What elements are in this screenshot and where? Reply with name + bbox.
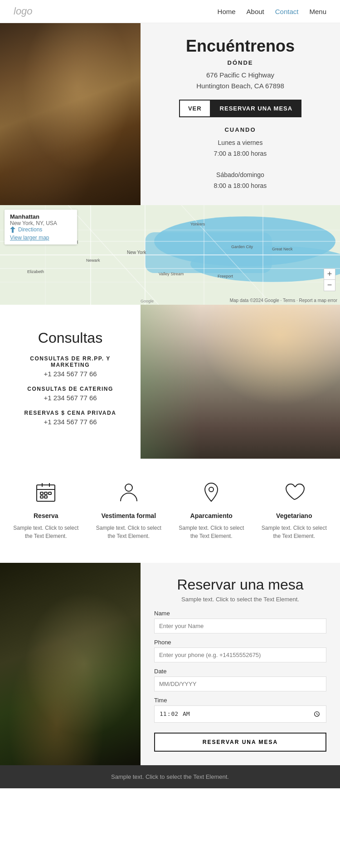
name-group: Name [154, 610, 326, 633]
svg-rect-26 [37, 485, 55, 501]
hero-image [0, 23, 141, 205]
consultas-image [141, 305, 340, 459]
svg-text:New York: New York [127, 250, 146, 255]
svg-text:Great Neck: Great Neck [272, 247, 293, 251]
feature-vegetariano-text[interactable]: Sample text. Click to select the Text El… [257, 524, 331, 540]
reservar-section: Reservar una mesa Sample text. Click to … [0, 563, 340, 765]
feature-vegetariano-title: Vegetariano [276, 512, 312, 519]
reservar-button-hero[interactable]: RESERVAR UNA MESA [211, 100, 302, 117]
nav-links: Home About Contact Menu [218, 8, 326, 15]
hero-btn-group: VER RESERVAR UNA MESA [179, 100, 301, 117]
map-location-sub: New York, NY, USA [10, 220, 57, 226]
feature-aparcamiento-title: Aparcamiento [190, 512, 233, 519]
svg-rect-3 [145, 232, 272, 273]
weekday-label: Lunes a viernes [218, 139, 263, 146]
weekday-time: 7:00 a 18:00 horas [214, 150, 267, 157]
where-label: DÓNDE [228, 59, 253, 66]
consultas-info: Consultas CONSULTAS DE RR.PP. Y MARKETIN… [0, 305, 141, 459]
hero-hours: Lunes a viernes 7:00 a 18:00 horas Sábad… [214, 138, 267, 192]
date-group: Date [154, 668, 326, 691]
navbar: logo Home About Contact Menu [0, 0, 340, 23]
map-card: Manhattan New York, NY, USA Directions V… [5, 210, 77, 245]
svg-text:Freeport: Freeport [218, 274, 233, 278]
name-label: Name [154, 610, 326, 617]
hero-title: Encuéntrenos [186, 37, 295, 56]
phone-input[interactable] [154, 647, 326, 662]
map-zoom-controls: + − [324, 269, 335, 291]
weekend-time: 8:00 a 18:00 horas [214, 182, 267, 189]
calendar-icon [35, 481, 57, 506]
map-background: New York Yonkers Garden City Newark Bloo… [0, 205, 340, 305]
weekend-label: Sábado/domingo [216, 171, 264, 178]
consultas-group-2: CONSULTAS DE CATERING +1 234 567 77 66 [27, 386, 113, 402]
directions-link[interactable]: Directions [10, 226, 72, 233]
svg-rect-32 [49, 492, 51, 494]
feature-vestimenta-title: Vestimenta formal [101, 512, 156, 519]
time-group: Time [154, 697, 326, 723]
nav-menu[interactable]: Menu [309, 8, 326, 15]
feature-reserva-title: Reserva [34, 512, 58, 519]
directions-icon [10, 226, 15, 233]
date-label: Date [154, 668, 326, 675]
svg-text:Garden City: Garden City [231, 245, 253, 249]
date-input[interactable] [154, 676, 326, 691]
svg-point-35 [125, 484, 132, 491]
svg-point-36 [209, 487, 214, 492]
map-location-name: Manhattan [10, 213, 72, 220]
person-icon [118, 481, 140, 506]
feature-vestimenta-text[interactable]: Sample text. Click to select the Text El… [92, 524, 166, 540]
nav-contact[interactable]: Contact [275, 8, 299, 15]
phone-label: Phone [154, 639, 326, 646]
hero-address: 676 Pacific C Highway Huntington Beach, … [196, 70, 284, 91]
consultas-phone-1: +1 234 567 77 66 [14, 370, 127, 378]
heart-icon [283, 481, 305, 506]
consultas-section: Consultas CONSULTAS DE RR.PP. Y MARKETIN… [0, 305, 340, 459]
address-line2: Huntington Beach, CA 67898 [196, 82, 284, 90]
svg-text:Newark: Newark [86, 258, 100, 263]
time-label: Time [154, 697, 326, 704]
logo: logo [14, 5, 33, 17]
zoom-in-button[interactable]: + [324, 269, 335, 280]
feature-reserva-text[interactable]: Sample text. Click to select the Text El… [9, 524, 83, 540]
consultas-label-1: CONSULTAS DE RR.PP. Y MARKETING [14, 355, 127, 368]
time-input[interactable] [154, 705, 326, 723]
hero-section: Encuéntrenos DÓNDE 676 Pacific C Highway… [0, 23, 340, 205]
feature-vestimenta: Vestimenta formal Sample text. Click to … [92, 481, 166, 540]
name-input[interactable] [154, 619, 326, 633]
hero-info: Encuéntrenos DÓNDE 676 Pacific C Highway… [141, 23, 340, 205]
feature-vegetariano: Vegetariano Sample text. Click to select… [257, 481, 331, 540]
reservar-form: Reservar una mesa Sample text. Click to … [141, 563, 340, 765]
svg-text:Elizabeth: Elizabeth [27, 269, 44, 274]
map-credit: Map data ©2024 Google · Terms · Report a… [230, 298, 337, 303]
reservar-image [0, 563, 141, 765]
nav-about[interactable]: About [247, 8, 264, 15]
svg-rect-31 [44, 492, 47, 494]
phone-group: Phone [154, 639, 326, 662]
svg-rect-34 [44, 496, 47, 498]
consultas-label-2: CONSULTAS DE CATERING [27, 386, 113, 392]
svg-rect-33 [40, 496, 43, 498]
svg-rect-30 [40, 492, 43, 494]
consultas-phone-3: +1 234 567 77 66 [24, 418, 117, 426]
footer: Sample text. Click to select the Text El… [0, 765, 340, 788]
address-line1: 676 Pacific C Highway [206, 71, 274, 79]
consultas-title: Consultas [38, 330, 102, 346]
footer-text[interactable]: Sample text. Click to select the Text El… [8, 773, 332, 780]
features-section: Reserva Sample text. Click to select the… [0, 459, 340, 563]
view-larger-map[interactable]: View larger map [10, 235, 72, 241]
consultas-group-3: RESERVAS $ CENA PRIVADA +1 234 567 77 66 [24, 410, 117, 426]
reservar-submit-button[interactable]: RESERVAR UNA MESA [154, 733, 326, 752]
feature-aparcamiento: Aparcamiento Sample text. Click to selec… [175, 481, 248, 540]
ver-button[interactable]: VER [179, 100, 211, 117]
directions-label: Directions [18, 226, 42, 233]
consultas-group-1: CONSULTAS DE RR.PP. Y MARKETING +1 234 5… [14, 355, 127, 378]
zoom-out-button[interactable]: − [324, 280, 335, 291]
map-section: New York Yonkers Garden City Newark Bloo… [0, 205, 340, 305]
nav-home[interactable]: Home [218, 8, 236, 15]
when-label: CUANDO [224, 126, 256, 133]
svg-text:Yonkers: Yonkers [190, 222, 205, 226]
feature-reserva: Reserva Sample text. Click to select the… [9, 481, 83, 540]
feature-aparcamiento-text[interactable]: Sample text. Click to select the Text El… [175, 524, 248, 540]
svg-text:Google: Google [141, 299, 154, 303]
reservar-title: Reservar una mesa [154, 576, 326, 593]
